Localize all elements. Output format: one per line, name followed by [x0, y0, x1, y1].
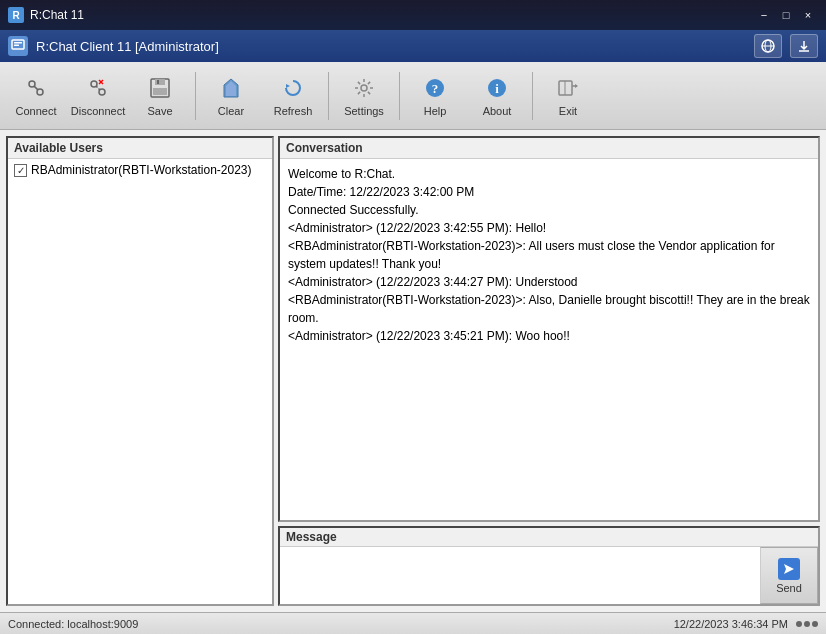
save-label: Save — [147, 105, 172, 117]
refresh-icon — [279, 74, 307, 102]
right-panel: Conversation Welcome to R:Chat. Date/Tim… — [278, 136, 820, 606]
toolbar-separator-2 — [328, 72, 329, 120]
clear-icon — [217, 74, 245, 102]
settings-label: Settings — [344, 105, 384, 117]
users-list: ✓ RBAdministrator(RBTI-Workstation-2023) — [8, 159, 272, 604]
message-input[interactable] — [280, 547, 760, 604]
close-button[interactable]: × — [798, 5, 818, 25]
svg-marker-22 — [286, 84, 290, 88]
conversation-container: Conversation Welcome to R:Chat. Date/Tim… — [278, 136, 820, 522]
status-bar: Connected: localhost:9009 12/22/2023 3:4… — [0, 612, 826, 634]
send-button[interactable]: Send — [760, 547, 818, 604]
toolbar-separator-4 — [532, 72, 533, 120]
about-button[interactable]: i About — [467, 68, 527, 124]
help-button[interactable]: ? Help — [405, 68, 465, 124]
save-icon — [146, 74, 174, 102]
svg-line-12 — [96, 86, 97, 87]
svg-text:?: ? — [432, 81, 439, 96]
send-label: Send — [776, 582, 802, 594]
exit-icon — [554, 74, 582, 102]
app-icon: R — [8, 7, 24, 23]
user-checkbox[interactable]: ✓ — [14, 164, 27, 177]
minimize-button[interactable]: − — [754, 5, 774, 25]
send-icon — [778, 558, 800, 580]
connection-status: Connected: localhost:9009 — [8, 618, 138, 630]
status-right: 12/22/2023 3:46:34 PM — [674, 618, 818, 630]
message-container: Message Send — [278, 526, 820, 606]
about-label: About — [483, 105, 512, 117]
connect-button[interactable]: Connect — [6, 68, 66, 124]
disconnect-icon — [84, 74, 112, 102]
svg-marker-32 — [784, 564, 794, 574]
title-bar-controls: − □ × — [754, 5, 818, 25]
svg-rect-18 — [153, 88, 167, 95]
maximize-button[interactable]: □ — [776, 5, 796, 25]
exit-label: Exit — [559, 105, 577, 117]
toolbar: Connect Disconnect Save — [0, 62, 826, 130]
disconnect-button[interactable]: Disconnect — [68, 68, 128, 124]
save-button[interactable]: Save — [130, 68, 190, 124]
toolbar-separator-3 — [399, 72, 400, 120]
svg-text:i: i — [495, 81, 499, 96]
svg-point-10 — [91, 81, 97, 87]
conversation-text: Welcome to R:Chat. Date/Time: 12/22/2023… — [280, 159, 818, 520]
window-title: R:Chat 11 — [30, 8, 84, 22]
toolbar-separator-1 — [195, 72, 196, 120]
title-bar-left: R R:Chat 11 — [8, 7, 84, 23]
status-dot-3 — [812, 621, 818, 627]
status-dot-1 — [796, 621, 802, 627]
refresh-button[interactable]: Refresh — [263, 68, 323, 124]
list-item[interactable]: ✓ RBAdministrator(RBTI-Workstation-2023) — [10, 161, 270, 179]
settings-button[interactable]: Settings — [334, 68, 394, 124]
conversation-label: Conversation — [280, 138, 818, 159]
svg-rect-17 — [155, 79, 165, 85]
message-row: Send — [280, 547, 818, 604]
users-panel-label: Available Users — [8, 138, 272, 159]
clear-button[interactable]: Clear — [201, 68, 261, 124]
connect-label: Connect — [16, 105, 57, 117]
status-dot-2 — [804, 621, 810, 627]
app-header: R:Chat Client 11 [Administrator] — [0, 30, 826, 62]
user-name: RBAdministrator(RBTI-Workstation-2023) — [31, 163, 252, 177]
status-dots — [796, 621, 818, 627]
svg-rect-1 — [14, 42, 22, 44]
help-icon: ? — [421, 74, 449, 102]
users-panel: Available Users ✓ RBAdministrator(RBTI-W… — [6, 136, 274, 606]
help-label: Help — [424, 105, 447, 117]
app-header-title: R:Chat Client 11 [Administrator] — [36, 39, 219, 54]
svg-rect-2 — [14, 45, 19, 47]
svg-marker-30 — [575, 84, 578, 88]
svg-point-23 — [361, 85, 367, 91]
svg-point-8 — [37, 89, 43, 95]
about-icon: i — [483, 74, 511, 102]
status-datetime: 12/22/2023 3:46:34 PM — [674, 618, 788, 630]
title-bar: R R:Chat 11 − □ × — [0, 0, 826, 30]
connect-icon — [22, 74, 50, 102]
svg-point-11 — [99, 89, 105, 95]
download-button[interactable] — [790, 34, 818, 58]
main-content: Available Users ✓ RBAdministrator(RBTI-W… — [0, 130, 826, 612]
svg-line-13 — [99, 89, 100, 90]
clear-label: Clear — [218, 105, 244, 117]
exit-button[interactable]: Exit — [538, 68, 598, 124]
settings-icon — [350, 74, 378, 102]
disconnect-label: Disconnect — [71, 105, 125, 117]
svg-point-7 — [29, 81, 35, 87]
svg-rect-19 — [157, 80, 159, 84]
message-label: Message — [280, 528, 818, 547]
refresh-label: Refresh — [274, 105, 313, 117]
app-header-icon — [8, 36, 28, 56]
svg-line-9 — [34, 86, 38, 90]
globe-button[interactable] — [754, 34, 782, 58]
